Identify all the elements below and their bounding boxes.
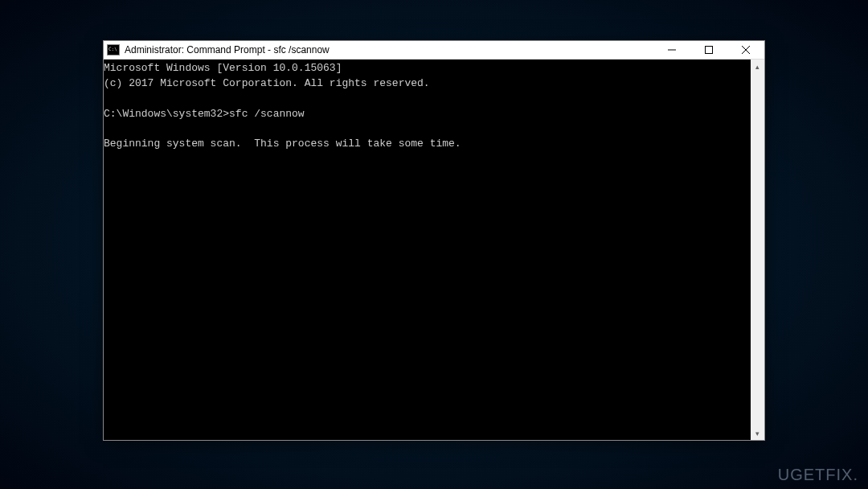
vertical-scrollbar[interactable]: ▴ ▾ <box>751 60 764 440</box>
command-text: sfc /scannow <box>229 108 305 120</box>
chevron-up-icon: ▴ <box>755 63 760 71</box>
close-icon <box>742 46 750 54</box>
scroll-up-arrow[interactable]: ▴ <box>751 60 764 73</box>
output-line: (c) 2017 Microsoft Corporation. All righ… <box>104 77 430 89</box>
close-button[interactable] <box>727 41 764 59</box>
maximize-icon <box>705 46 713 54</box>
cmd-icon <box>107 44 120 55</box>
minimize-icon <box>668 46 676 54</box>
watermark-text: UGETFIX. <box>778 466 858 484</box>
minimize-button[interactable] <box>653 41 690 59</box>
output-line: Beginning system scan. This process will… <box>104 138 461 150</box>
maximize-button[interactable] <box>690 41 727 59</box>
scroll-down-arrow[interactable]: ▾ <box>751 426 764 440</box>
chevron-down-icon: ▾ <box>755 429 760 438</box>
output-line: Microsoft Windows [Version 10.0.15063] <box>104 62 342 74</box>
prompt: C:\Windows\system32> <box>104 108 229 120</box>
svg-rect-1 <box>706 47 713 54</box>
window-controls <box>653 41 764 59</box>
command-prompt-window: Administrator: Command Prompt - sfc /sca… <box>103 40 765 441</box>
terminal-output[interactable]: Microsoft Windows [Version 10.0.15063] (… <box>104 60 751 440</box>
terminal-area: Microsoft Windows [Version 10.0.15063] (… <box>104 60 764 440</box>
window-title: Administrator: Command Prompt - sfc /sca… <box>125 44 653 55</box>
window-titlebar[interactable]: Administrator: Command Prompt - sfc /sca… <box>104 41 764 60</box>
